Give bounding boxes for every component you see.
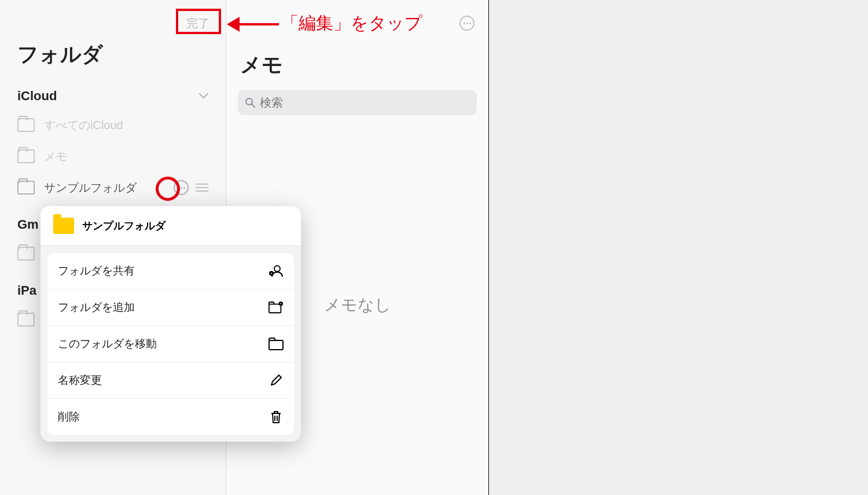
folder-icon — [269, 336, 284, 351]
folder-icon — [17, 118, 35, 132]
section-icloud: iCloud すべてのiCloud メモ サンプルフォルダ — [0, 83, 226, 203]
folder-all-icloud[interactable]: すべてのiCloud — [17, 109, 208, 141]
folder-icon — [17, 149, 35, 163]
detail-pane-placeholder — [490, 0, 868, 495]
folder-memo[interactable]: メモ — [17, 141, 208, 172]
notes-app: フォルダ iCloud すべてのiCloud メモ サンプルフォルダ — [0, 0, 489, 495]
svg-rect-5 — [269, 304, 281, 313]
menu-rename[interactable]: 名称変更 — [47, 362, 294, 399]
menu-add-folder[interactable]: フォルダを追加 + — [47, 289, 294, 326]
folder-label: サンプルフォルダ — [44, 180, 137, 196]
folder-label: すべてのiCloud — [44, 118, 123, 133]
search-input[interactable] — [260, 96, 470, 109]
folder-label: メモ — [44, 149, 67, 164]
annotation-text: 「編集」をタップ — [281, 12, 422, 35]
search-icon — [245, 97, 255, 108]
notes-title: メモ — [226, 35, 488, 90]
section-label: Gm — [17, 217, 39, 232]
svg-line-1 — [252, 104, 255, 107]
annotation-arrow: 「編集」をタップ — [227, 12, 422, 35]
menu-label: 削除 — [58, 409, 80, 424]
section-label: iPa — [17, 283, 36, 298]
svg-rect-8 — [269, 340, 283, 350]
folder-plus-icon: + — [269, 300, 284, 315]
section-label: iCloud — [17, 89, 57, 104]
menu-label: フォルダを共有 — [58, 263, 135, 278]
done-button[interactable]: 完了 — [186, 16, 209, 31]
svg-point-2 — [274, 266, 280, 272]
section-header-icloud[interactable]: iCloud — [17, 83, 208, 109]
menu-share-folder[interactable]: フォルダを共有 + — [47, 253, 294, 289]
popup-header: サンプルフォルダ — [41, 206, 301, 246]
more-icon[interactable] — [174, 180, 189, 195]
menu-label: このフォルダを移動 — [58, 336, 157, 351]
folder-icon — [53, 218, 74, 234]
folder-context-popup: サンプルフォルダ フォルダを共有 + フォルダを追加 + このフォルダを移動 — [41, 206, 301, 442]
trash-icon — [269, 409, 284, 424]
svg-text:+: + — [279, 302, 282, 306]
chevron-down-icon — [199, 93, 208, 99]
folder-sample[interactable]: サンプルフォルダ — [17, 172, 208, 203]
menu-label: フォルダを追加 — [58, 300, 135, 315]
popup-title: サンプルフォルダ — [82, 219, 165, 233]
folder-icon — [17, 181, 35, 195]
menu-label: 名称変更 — [58, 373, 102, 388]
pencil-icon — [269, 373, 284, 388]
menu-delete[interactable]: 削除 — [47, 399, 294, 435]
context-menu: フォルダを共有 + フォルダを追加 + このフォルダを移動 — [47, 253, 294, 435]
folder-icon — [17, 313, 35, 327]
folder-icon — [17, 247, 35, 261]
search-field[interactable] — [238, 90, 477, 115]
svg-text:+: + — [270, 272, 273, 276]
more-icon[interactable] — [459, 16, 475, 31]
drag-handle-icon[interactable] — [196, 184, 208, 192]
menu-move-folder[interactable]: このフォルダを移動 — [47, 326, 294, 362]
share-person-icon: + — [269, 263, 284, 278]
